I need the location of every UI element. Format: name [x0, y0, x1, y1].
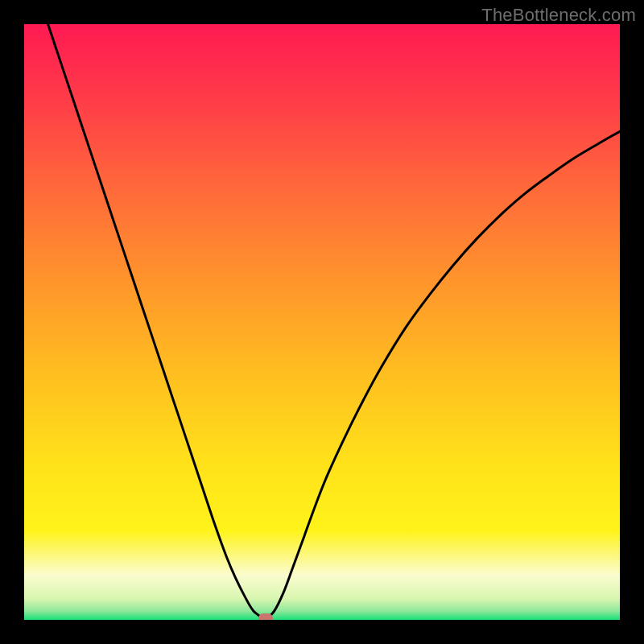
minimum-marker	[258, 613, 273, 620]
plot-area	[24, 24, 620, 620]
curve-layer	[24, 24, 620, 620]
curve-right-branch	[266, 131, 620, 620]
watermark-text: TheBottleneck.com	[481, 5, 636, 26]
curve-left-branch	[48, 24, 266, 620]
outer-frame: TheBottleneck.com	[0, 0, 644, 644]
